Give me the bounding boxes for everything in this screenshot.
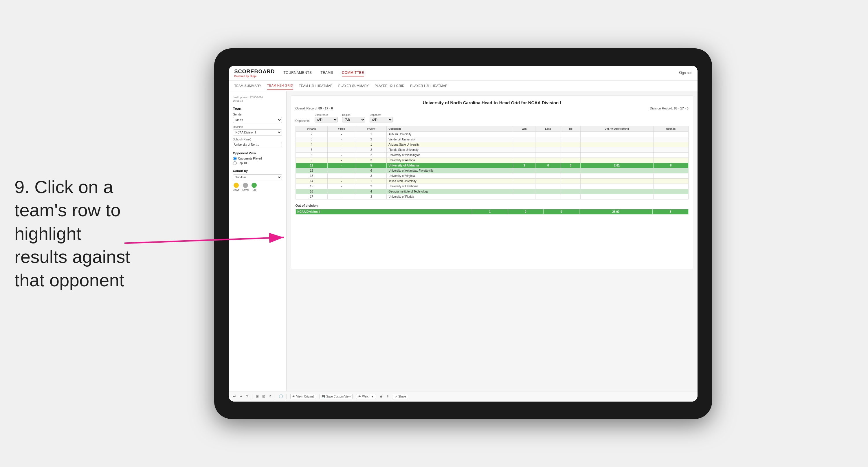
out-of-division: Out of division NCAA Division II 1 0 0 2…: [296, 204, 688, 214]
gender-select[interactable]: Men's: [233, 117, 282, 123]
subnav-team-h2h-grid[interactable]: TEAM H2H GRID: [267, 81, 293, 90]
cell-loss: [535, 152, 561, 157]
ood-row[interactable]: NCAA Division II 1 0 0 26.00 3: [296, 209, 688, 214]
th-reg: # Reg: [328, 126, 356, 132]
refresh-icon[interactable]: ↺: [269, 394, 272, 399]
cell-tie: [561, 152, 580, 157]
cell-tie: [561, 194, 580, 199]
print-icon[interactable]: 🖨: [379, 394, 383, 399]
ood-diff: 26.00: [579, 209, 652, 214]
instruction-text: 9. Click on a team's row to highlight re…: [14, 175, 136, 292]
cell-opponent: Auburn University: [387, 132, 513, 137]
table-row[interactable]: 8-2University of Washington: [296, 152, 688, 157]
table-row[interactable]: 9-3University of Arizona: [296, 157, 688, 163]
subnav-player-summary[interactable]: PLAYER SUMMARY: [338, 82, 369, 90]
subnav-team-h2h-heatmap[interactable]: TEAM H2H HEATMAP: [299, 82, 333, 90]
legend-up-dot: [251, 183, 257, 188]
cell-tie: [561, 183, 580, 189]
legend-down-dot: [234, 183, 239, 188]
table-row[interactable]: 6-2Florida State University: [296, 147, 688, 152]
sign-out-link[interactable]: Sign out: [679, 71, 691, 75]
clock-icon[interactable]: 🕐: [279, 394, 283, 399]
nav-teams[interactable]: TEAMS: [320, 69, 333, 77]
save-custom-view-button[interactable]: 💾 Save Custom View: [319, 394, 352, 399]
table-row[interactable]: 2-1Auburn University: [296, 132, 688, 137]
overall-record: Overall Record: 89 - 17 - 0: [296, 107, 333, 110]
radio-top-100[interactable]: Top 100: [233, 161, 282, 165]
paste-icon[interactable]: ⊡: [262, 394, 265, 399]
table-row[interactable]: 13-3University of Virginia: [296, 173, 688, 178]
redo-icon[interactable]: ↪: [239, 394, 242, 399]
cell-win: [513, 189, 535, 194]
table-row[interactable]: 16-4Georgia Institute of Technology: [296, 189, 688, 194]
table-row[interactable]: 11-5University of Alabama3002.618: [296, 163, 688, 168]
cell-loss: [535, 183, 561, 189]
cell-rank: 2: [296, 132, 328, 137]
share-icon: ↗: [395, 395, 397, 398]
cell-diff: [580, 183, 653, 189]
table-row[interactable]: 15-2University of Oklahoma: [296, 183, 688, 189]
opponent-select[interactable]: (All): [370, 117, 393, 122]
logo-text: SCOREBOARD: [235, 68, 275, 75]
school-input[interactable]: [233, 142, 282, 147]
cell-conf: 2: [356, 183, 387, 189]
top-nav: SCOREBOARD Powered by clippi TOURNAMENTS…: [229, 66, 698, 81]
table-row[interactable]: 12-6University of Arkansas, Fayetteville: [296, 168, 688, 173]
cell-win: [513, 152, 535, 157]
region-select[interactable]: (All): [342, 117, 365, 122]
cell-reg: -: [328, 137, 356, 142]
nav-tournaments[interactable]: TOURNAMENTS: [284, 69, 312, 77]
cell-diff: [580, 142, 653, 147]
conference-select[interactable]: (All): [315, 117, 338, 122]
toolbar-divider-1: [252, 394, 252, 399]
cell-rounds: [653, 183, 688, 189]
th-diff: Diff Av Strokes/Rnd: [580, 126, 653, 132]
cell-conf: 3: [356, 157, 387, 163]
division-select[interactable]: NCAA Division I: [233, 129, 282, 136]
cell-win: [513, 183, 535, 189]
grid-records: Overall Record: 89 - 17 - 0 Division Rec…: [296, 107, 688, 110]
cell-rank: 8: [296, 152, 328, 157]
cell-reg: -: [328, 163, 356, 168]
nav-committee[interactable]: COMMITTEE: [342, 69, 364, 77]
table-row[interactable]: 14-1Texas Tech University: [296, 178, 688, 183]
legend-level: Level: [243, 183, 249, 192]
subnav-player-h2h-grid[interactable]: PLAYER H2H GRID: [375, 82, 405, 90]
instruction-step: 9.: [14, 177, 30, 197]
watch-icon: 👁: [358, 395, 361, 398]
watch-button[interactable]: 👁 Watch ▼: [356, 394, 376, 399]
cell-reg: -: [328, 132, 356, 137]
cell-diff: [580, 147, 653, 152]
subnav-player-h2h-heatmap[interactable]: PLAYER H2H HEATMAP: [410, 82, 447, 90]
th-rounds: Rounds: [653, 126, 688, 132]
copy-icon[interactable]: ⊞: [256, 394, 259, 399]
ood-win: 1: [472, 209, 508, 214]
subnav-team-summary[interactable]: TEAM SUMMARY: [235, 82, 261, 90]
export-icon[interactable]: ⬇: [386, 394, 389, 399]
ood-table: NCAA Division II 1 0 0 26.00 3: [296, 209, 688, 214]
table-row[interactable]: 3-2Vanderbilt University: [296, 137, 688, 142]
sidebar-team-title: Team: [233, 106, 282, 111]
colour-by-select[interactable]: Win/loss: [233, 174, 282, 180]
share-button[interactable]: ↗ Share: [393, 394, 408, 399]
radio-opponents-played[interactable]: Opponents Played: [233, 157, 282, 160]
cell-rank: 6: [296, 147, 328, 152]
cell-rank: 12: [296, 168, 328, 173]
th-conf: # Conf: [356, 126, 387, 132]
cell-reg: -: [328, 194, 356, 199]
table-row[interactable]: 17-3University of Florida: [296, 194, 688, 199]
table-row[interactable]: 4-1Arizona State University: [296, 142, 688, 147]
cell-win: [513, 147, 535, 152]
undo-icon[interactable]: ↩: [233, 394, 236, 399]
cell-win: [513, 178, 535, 183]
cell-diff: [580, 137, 653, 142]
cell-opponent: Texas Tech University: [387, 178, 513, 183]
grid-container: University of North Carolina Head-to-Hea…: [291, 95, 693, 269]
cell-opponent: University of Florida: [387, 194, 513, 199]
th-opponent: Opponent: [387, 126, 513, 132]
view-original-button[interactable]: 👁 View: Original: [290, 394, 316, 399]
logo-area: SCOREBOARD Powered by clippi: [235, 68, 275, 78]
cell-opponent: University of Arizona: [387, 157, 513, 163]
history-icon[interactable]: ⟳: [246, 394, 249, 399]
grid-area: University of North Carolina Head-to-Hea…: [286, 91, 698, 391]
